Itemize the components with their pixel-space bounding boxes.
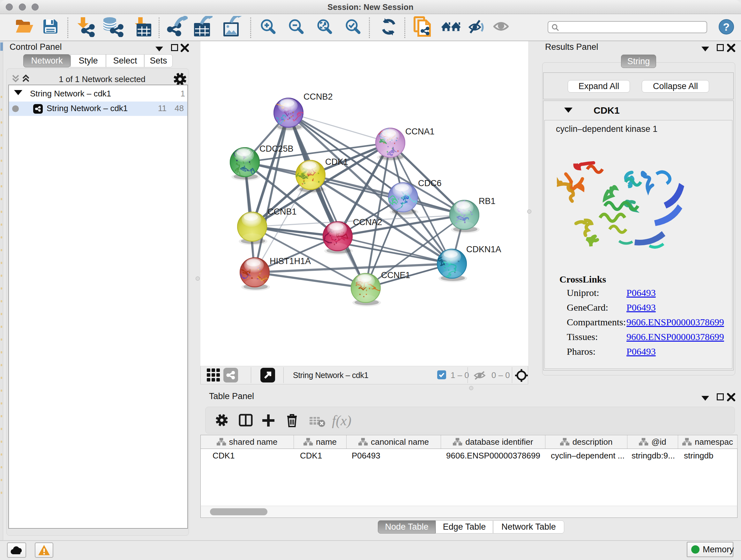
- svg-text:CCNA2: CCNA2: [353, 217, 382, 227]
- svg-text:CCNB2: CCNB2: [304, 92, 333, 102]
- svg-text:CDC25B: CDC25B: [259, 144, 293, 153]
- svg-text:CCNB1: CCNB1: [267, 207, 297, 216]
- svg-text:CDK1: CDK1: [325, 157, 348, 167]
- svg-text:HIST1H1A: HIST1H1A: [270, 256, 311, 266]
- svg-text:CDKN1A: CDKN1A: [466, 245, 501, 254]
- svg-text:RB1: RB1: [479, 196, 495, 206]
- svg-text:CCNE1: CCNE1: [381, 270, 410, 280]
- svg-text:CDC6: CDC6: [418, 179, 442, 188]
- svg-text:CCNA1: CCNA1: [405, 127, 434, 136]
